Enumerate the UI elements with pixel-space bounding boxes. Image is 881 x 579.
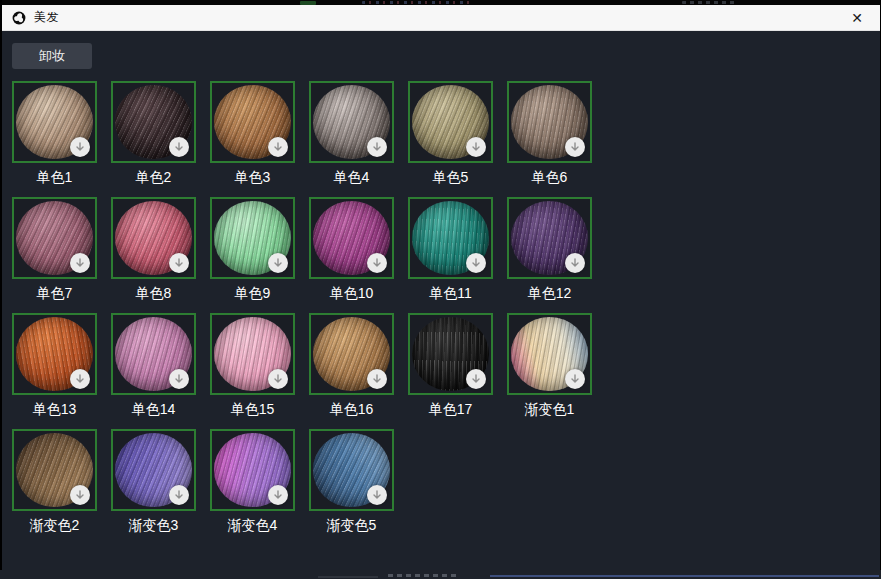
hair-swatch-cell [507, 313, 592, 395]
download-arrow-icon [272, 141, 284, 153]
hair-swatch-cell [111, 313, 196, 395]
download-button[interactable] [169, 137, 189, 157]
hair-color-label: 渐变色4 [210, 516, 295, 534]
hair-swatch-cell [12, 197, 97, 279]
hair-color-tile-1[interactable]: 单色1 [12, 81, 97, 186]
download-arrow-icon [371, 489, 383, 501]
download-button[interactable] [466, 369, 486, 389]
hair-color-tile-10[interactable]: 单色10 [309, 197, 394, 302]
hair-swatch-cell [12, 429, 97, 511]
hair-swatch-cell [309, 197, 394, 279]
download-arrow-icon [470, 373, 482, 385]
hair-color-label: 单色1 [12, 168, 97, 186]
hair-swatch-cell [210, 197, 295, 279]
window-border-left [0, 0, 2, 579]
hair-color-label: 渐变色1 [507, 400, 592, 418]
download-arrow-icon [74, 257, 86, 269]
hair-color-label: 单色3 [210, 168, 295, 186]
hair-color-tile-5[interactable]: 单色5 [408, 81, 493, 186]
download-button[interactable] [70, 137, 90, 157]
hair-color-label: 单色13 [12, 400, 97, 418]
hair-swatch-cell [210, 81, 295, 163]
download-arrow-icon [272, 489, 284, 501]
hair-color-tile-6[interactable]: 单色6 [507, 81, 592, 186]
hair-color-tile-22[interactable]: 渐变色5 [309, 429, 394, 534]
hair-color-label: 单色2 [111, 168, 196, 186]
download-button[interactable] [268, 253, 288, 273]
hair-color-tile-9[interactable]: 单色9 [210, 197, 295, 302]
hair-color-label: 单色12 [507, 284, 592, 302]
download-arrow-icon [371, 373, 383, 385]
hair-swatch-cell [111, 81, 196, 163]
hair-color-label: 单色15 [210, 400, 295, 418]
download-button[interactable] [70, 369, 90, 389]
download-button[interactable] [268, 137, 288, 157]
download-arrow-icon [371, 257, 383, 269]
hair-swatch-cell [111, 429, 196, 511]
download-button[interactable] [169, 485, 189, 505]
hair-color-label: 单色9 [210, 284, 295, 302]
hair-color-tile-15[interactable]: 单色15 [210, 313, 295, 418]
download-arrow-icon [74, 141, 86, 153]
hair-color-tile-16[interactable]: 单色16 [309, 313, 394, 418]
hair-color-tile-2[interactable]: 单色2 [111, 81, 196, 186]
hair-swatch-cell [210, 313, 295, 395]
hair-color-label: 单色17 [408, 400, 493, 418]
download-button[interactable] [565, 137, 585, 157]
download-button[interactable] [268, 369, 288, 389]
close-button[interactable]: ✕ [846, 7, 868, 29]
hair-swatch-cell [111, 197, 196, 279]
hair-color-tile-7[interactable]: 单色7 [12, 197, 97, 302]
dialog-titlebar: 美发 ✕ [2, 5, 880, 31]
hair-color-label: 单色5 [408, 168, 493, 186]
hair-color-tile-20[interactable]: 渐变色3 [111, 429, 196, 534]
hair-color-tile-12[interactable]: 单色12 [507, 197, 592, 302]
hair-color-tile-3[interactable]: 单色3 [210, 81, 295, 186]
hair-color-tile-8[interactable]: 单色8 [111, 197, 196, 302]
hair-color-label: 渐变色5 [309, 516, 394, 534]
download-button[interactable] [367, 369, 387, 389]
hair-swatch-cell [309, 313, 394, 395]
background-artifact [682, 1, 736, 4]
download-button[interactable] [466, 253, 486, 273]
hair-color-label: 单色4 [309, 168, 394, 186]
hair-color-tile-14[interactable]: 单色14 [111, 313, 196, 418]
hair-color-tile-19[interactable]: 渐变色2 [12, 429, 97, 534]
hair-color-label: 渐变色2 [12, 516, 97, 534]
download-button[interactable] [268, 485, 288, 505]
hair-swatch-cell [507, 197, 592, 279]
download-button[interactable] [169, 369, 189, 389]
download-arrow-icon [272, 373, 284, 385]
hair-swatch-cell [408, 197, 493, 279]
hair-color-tile-4[interactable]: 单色4 [309, 81, 394, 186]
hair-swatch-cell [408, 313, 493, 395]
hair-color-tile-17[interactable]: 单色17 [408, 313, 493, 418]
background-app-bottom-strip [0, 570, 881, 579]
download-button[interactable] [466, 137, 486, 157]
download-arrow-icon [569, 373, 581, 385]
download-button[interactable] [367, 137, 387, 157]
download-arrow-icon [173, 489, 185, 501]
download-arrow-icon [173, 257, 185, 269]
download-button[interactable] [367, 485, 387, 505]
hair-color-tile-18[interactable]: 渐变色1 [507, 313, 592, 418]
hair-color-label: 单色7 [12, 284, 97, 302]
download-arrow-icon [470, 257, 482, 269]
download-button[interactable] [565, 253, 585, 273]
download-button[interactable] [565, 369, 585, 389]
hair-color-tile-21[interactable]: 渐变色4 [210, 429, 295, 534]
download-arrow-icon [74, 489, 86, 501]
hair-color-tile-13[interactable]: 单色13 [12, 313, 97, 418]
hair-color-tile-11[interactable]: 单色11 [408, 197, 493, 302]
download-button[interactable] [169, 253, 189, 273]
download-button[interactable] [367, 253, 387, 273]
hair-swatch-cell [408, 81, 493, 163]
hair-color-label: 单色14 [111, 400, 196, 418]
hair-color-label: 单色11 [408, 284, 493, 302]
download-button[interactable] [70, 253, 90, 273]
remove-makeup-button[interactable]: 卸妆 [12, 43, 92, 69]
hair-color-label: 单色6 [507, 168, 592, 186]
download-arrow-icon [74, 373, 86, 385]
download-button[interactable] [70, 485, 90, 505]
background-artifact [362, 1, 472, 4]
